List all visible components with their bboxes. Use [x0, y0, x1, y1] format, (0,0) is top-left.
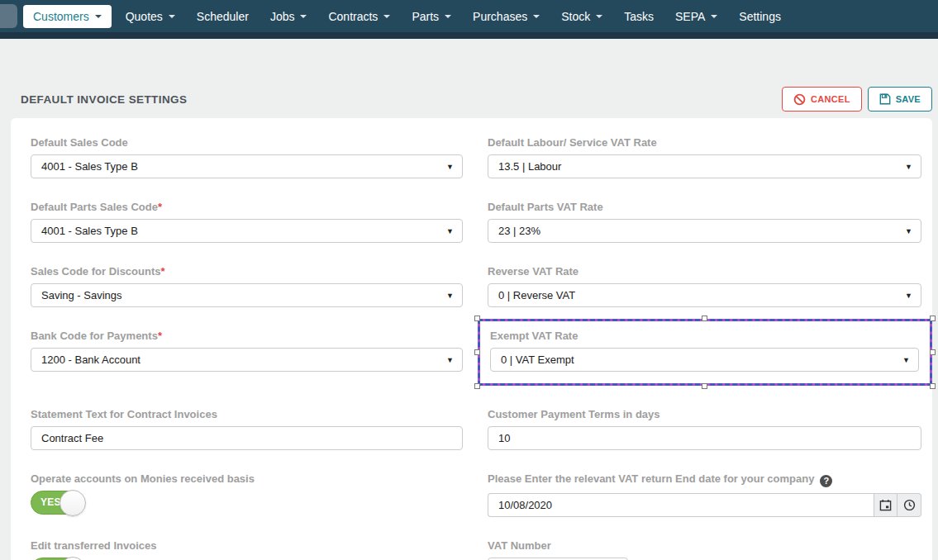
selection-handle [930, 316, 936, 321]
monies-received-toggle[interactable]: YES [31, 491, 83, 515]
selected-value: 0 | Reverse VAT [498, 289, 575, 301]
selected-value: 4001 - Sales Type B [41, 225, 138, 237]
field-edit-transferred: Edit transferred Invoices YES [31, 539, 463, 560]
chevron-down-icon [533, 15, 540, 18]
selection-handle [702, 383, 707, 389]
nav-menu: Customers Quotes Scheduler Jobs Contract… [23, 5, 792, 28]
nav-item-parts[interactable]: Parts [401, 5, 462, 28]
field-default-labour-vat: Default Labour/ Service VAT Rate 13.5 | … [488, 136, 921, 178]
navbar-bottom-strip [0, 32, 938, 39]
field-label: Bank Code for Payments* [31, 330, 463, 342]
nav-item-customers[interactable]: Customers [23, 5, 112, 28]
toggle-knob [60, 557, 86, 560]
nav-item-jobs[interactable]: Jobs [259, 5, 318, 28]
chevron-down-icon [95, 15, 102, 18]
nav-item-scheduler[interactable]: Scheduler [186, 5, 259, 28]
nav-item-sepa[interactable]: SEPA [664, 5, 728, 28]
selection-handle [930, 383, 936, 389]
nav-label: Purchases [473, 10, 527, 23]
sales-code-discounts-select[interactable]: Saving - Savings▼ [31, 283, 463, 307]
reverse-vat-select[interactable]: 0 | Reverse VAT▼ [488, 283, 921, 307]
field-exempt-vat: Exempt VAT Rate 0 | VAT Exempt▼ [488, 330, 921, 386]
select-caret-icon: ▼ [905, 155, 912, 178]
toggle-knob [60, 490, 86, 516]
statement-text-input[interactable] [31, 426, 463, 450]
default-parts-vat-select[interactable]: 23 | 23%▼ [488, 219, 921, 243]
nav-label: Settings [739, 10, 781, 23]
default-labour-vat-select[interactable]: 13.5 | Labour▼ [488, 154, 921, 178]
nav-label: Scheduler [197, 10, 249, 23]
select-caret-icon: ▼ [446, 155, 454, 178]
selection-handle [474, 349, 480, 355]
nav-label: Jobs [270, 10, 295, 23]
selected-value: 4001 - Sales Type B [41, 160, 138, 173]
field-sales-code-discounts: Sales Code for Discounts* Saving - Savin… [31, 265, 463, 307]
field-monies-received: Operate accounts on Monies received basi… [31, 472, 463, 517]
field-reverse-vat: Reverse VAT Rate 0 | Reverse VAT▼ [488, 265, 921, 307]
field-default-parts-sales-code: Default Parts Sales Code* 4001 - Sales T… [31, 201, 463, 243]
field-label: VAT Number [488, 539, 921, 552]
field-vat-number: VAT Number [488, 539, 921, 560]
date-input-group [488, 493, 921, 517]
field-label: Statement Text for Contract Invoices [31, 408, 463, 420]
selected-value: 0 | VAT Exempt [501, 354, 574, 366]
calendar-icon[interactable] [874, 493, 898, 517]
toggle-state-label: YES [40, 496, 61, 508]
nav-item-stock[interactable]: Stock [550, 5, 613, 28]
select-caret-icon: ▼ [446, 284, 454, 307]
selection-handle [702, 316, 707, 321]
nav-item-contracts[interactable]: Contracts [317, 5, 401, 28]
field-payment-terms: Customer Payment Terms in days [488, 408, 921, 450]
field-label: Sales Code for Discounts* [31, 265, 463, 278]
field-label: Please Enter the relevant VAT return End… [488, 472, 921, 487]
save-floppy-icon [879, 93, 891, 105]
field-label: Default Parts Sales Code* [31, 201, 463, 213]
nav-item-purchases[interactable]: Purchases [462, 5, 550, 28]
select-caret-icon: ▼ [446, 220, 454, 243]
clock-icon[interactable] [898, 493, 921, 517]
chevron-down-icon [300, 15, 307, 18]
help-icon[interactable]: ? [820, 475, 832, 487]
chevron-down-icon [711, 15, 717, 18]
nav-label: Quotes [126, 10, 163, 23]
app-logo[interactable] [0, 4, 17, 28]
chevron-down-icon [445, 15, 451, 18]
select-caret-icon: ▼ [902, 349, 910, 372]
chevron-down-icon [169, 15, 175, 18]
field-label: Default Sales Code [31, 136, 463, 149]
field-label: Operate accounts on Monies received basi… [31, 472, 463, 485]
nav-label: SEPA [675, 10, 705, 23]
nav-item-tasks[interactable]: Tasks [613, 5, 664, 28]
field-label: Default Parts VAT Rate [488, 201, 921, 213]
selection-handle [474, 383, 480, 389]
nav-label: Parts [412, 10, 439, 23]
page-title: DEFAULT INVOICE SETTINGS [21, 93, 187, 106]
vat-return-date-input[interactable] [488, 493, 874, 517]
payment-terms-input[interactable] [488, 426, 921, 450]
field-label: Exempt VAT Rate [490, 330, 919, 342]
field-vat-return-date: Please Enter the relevant VAT return End… [488, 472, 921, 517]
cancel-button[interactable]: CANCEL [782, 87, 862, 112]
default-parts-sales-code-select[interactable]: 4001 - Sales Type B▼ [31, 219, 463, 243]
default-sales-code-select[interactable]: 4001 - Sales Type B▼ [31, 154, 463, 178]
nav-item-quotes[interactable]: Quotes [115, 5, 186, 28]
field-statement-text: Statement Text for Contract Invoices [31, 408, 463, 450]
nav-label: Stock [561, 10, 590, 23]
selected-value: 23 | 23% [498, 225, 540, 237]
selection-handle [474, 316, 480, 321]
cancel-label: CANCEL [811, 94, 850, 104]
selection-handle [930, 349, 936, 355]
save-button[interactable]: SAVE [868, 87, 932, 112]
field-label: Reverse VAT Rate [488, 265, 921, 278]
top-navbar: Customers Quotes Scheduler Jobs Contract… [0, 0, 938, 32]
field-label: Customer Payment Terms in days [488, 408, 921, 420]
nav-label: Customers [33, 10, 89, 23]
settings-card: Default Sales Code 4001 - Sales Type B▼ … [11, 118, 932, 560]
bank-code-payments-select[interactable]: 1200 - Bank Account▼ [31, 348, 463, 372]
save-label: SAVE [896, 94, 921, 104]
chevron-down-icon [383, 15, 390, 18]
exempt-vat-select[interactable]: 0 | VAT Exempt▼ [490, 348, 919, 372]
cancel-icon [793, 93, 806, 106]
nav-item-settings[interactable]: Settings [728, 5, 792, 28]
selected-value: 1200 - Bank Account [41, 354, 140, 366]
